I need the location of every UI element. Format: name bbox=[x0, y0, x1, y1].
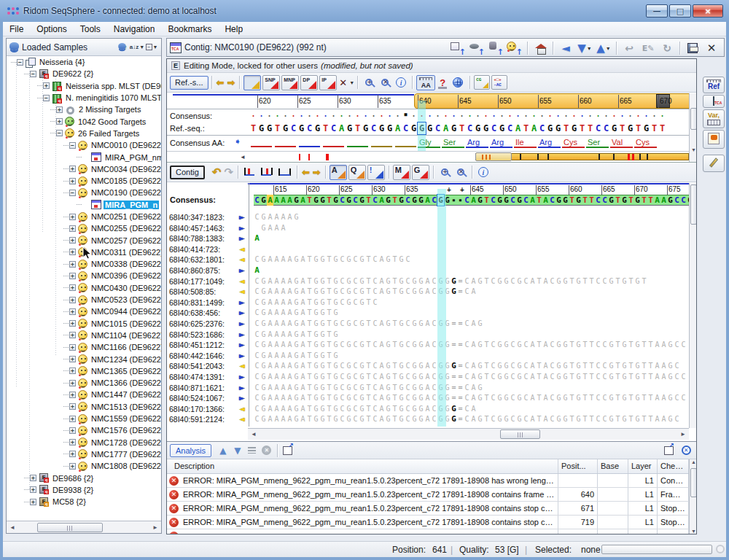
trim-range-icon[interactable] bbox=[278, 167, 292, 177]
move-up-icon[interactable]: ▲ bbox=[217, 444, 230, 456]
next-difference-icon[interactable]: ➡ bbox=[227, 78, 235, 88]
contig-info-icon[interactable]: i bbox=[478, 167, 488, 177]
trim-both-icon[interactable] bbox=[260, 167, 275, 177]
menu-item-help[interactable]: Help bbox=[218, 23, 249, 36]
tree-expander-icon[interactable]: + bbox=[69, 178, 76, 184]
read-row[interactable]: 68I40:625:2376:►CGAAAAGATGGTGCGCGTCAGTGC… bbox=[167, 319, 689, 329]
tree-expander-icon[interactable]: + bbox=[69, 261, 76, 268]
tree-item[interactable]: +NMC1234 (DE9622) bbox=[7, 353, 161, 365]
tree-item[interactable]: +NMC0311 (DE9622) bbox=[7, 246, 161, 258]
tree-expander-icon[interactable]: − bbox=[69, 142, 76, 149]
tree-item[interactable]: MIRA_PGM_n bbox=[7, 199, 161, 211]
tree-item[interactable]: −DE9622 {2} bbox=[7, 68, 161, 79]
tree-item[interactable]: +NMC0523 (DE9622) bbox=[7, 294, 161, 306]
close-document-icon[interactable]: ✕ bbox=[703, 41, 720, 56]
menu-item-navigation[interactable]: Navigation bbox=[107, 23, 162, 36]
tree-item[interactable]: +1042 Good Targets bbox=[7, 115, 161, 127]
tree-expander-icon[interactable]: + bbox=[69, 284, 76, 291]
scrollbar-thumb[interactable] bbox=[500, 429, 540, 439]
reference-view[interactable]: 620625630635640645650655660665670Consens… bbox=[167, 93, 697, 163]
zoom-in-icon[interactable]: + bbox=[365, 79, 373, 86]
read-row[interactable]: 68I40:451:1212:►CGAAAAGATGGTGCGCGTCAGTGC… bbox=[167, 340, 689, 350]
tree-expander-icon[interactable]: + bbox=[69, 297, 76, 303]
scroll-left-icon[interactable]: ◄ bbox=[7, 524, 18, 531]
send-to-task-icon[interactable]: ↑ bbox=[487, 41, 504, 56]
tree-expander-icon[interactable]: + bbox=[69, 308, 76, 315]
next-disagreement-icon[interactable]: ➡ bbox=[313, 168, 321, 177]
read-row[interactable]: 68I40:788:1383:►A bbox=[167, 233, 689, 244]
read-row[interactable]: 68I40:523:1686:►CGAAAAGATGGTG bbox=[167, 330, 689, 340]
tree-item[interactable]: +NMC0338 (DE9622) bbox=[7, 258, 161, 270]
tree-item[interactable]: −26 Failed Targets bbox=[7, 128, 161, 139]
sync-icon[interactable]: ↻ bbox=[658, 41, 676, 56]
ref-sequence-selector-button[interactable]: Ref.-s... bbox=[170, 76, 208, 90]
ref-vscrollbar[interactable]: ▼ bbox=[689, 93, 697, 163]
tree-item[interactable]: −NMC0190 (DE9622) bbox=[7, 187, 161, 198]
tree-expander-icon[interactable]: + bbox=[69, 166, 76, 172]
edit-entry-icon[interactable]: E✎ bbox=[639, 41, 657, 56]
overview-scroll-left-icon[interactable]: ◄ bbox=[240, 154, 246, 160]
read-row[interactable]: 68I40:508:85:◄CGAAAAGATGGTGCGCGTCAGTGCGG… bbox=[167, 287, 689, 297]
menu-item-bookmarks[interactable]: Bookmarks bbox=[161, 23, 218, 36]
tag-m-tool-button[interactable]: M bbox=[393, 165, 410, 180]
menu-item-tools[interactable]: Tools bbox=[74, 23, 107, 36]
remove-tag-dropdown-icon[interactable]: ▼ bbox=[349, 80, 354, 85]
tree-item[interactable]: +NMC1447 (DE9622) bbox=[7, 389, 161, 400]
tree-hscrollbar[interactable]: ◄ ► bbox=[7, 521, 161, 533]
analysis-row[interactable]: ✕ERROR: MIRA_PGM_nmeng_9622_pgm_mu_rean1… bbox=[167, 516, 689, 529]
scroll-right-icon[interactable]: ► bbox=[677, 431, 689, 438]
show-amino-acids-button[interactable]: AA bbox=[416, 75, 435, 90]
scroll-left-icon[interactable]: ◄ bbox=[248, 431, 260, 438]
next-problem-icon[interactable]: ▼▼ bbox=[576, 41, 593, 56]
tree-expander-icon[interactable]: − bbox=[43, 95, 50, 101]
send-to-chart-icon[interactable]: ↑ bbox=[468, 41, 486, 56]
ref-view-button[interactable]: Ref bbox=[703, 77, 725, 93]
quality-row-icon[interactable]: ? bbox=[440, 78, 445, 88]
contig-hscrollbar[interactable]: ◄► bbox=[248, 428, 689, 440]
tree-expander-icon[interactable]: + bbox=[43, 82, 50, 89]
home-icon[interactable] bbox=[531, 41, 549, 56]
tree-expander-icon[interactable]: − bbox=[56, 130, 63, 136]
export-analysis-icon[interactable] bbox=[281, 444, 295, 456]
read-row[interactable]: 68I40:474:1391:►CGAAAAGATGGTGCGCGTCAGTGC… bbox=[167, 372, 689, 382]
tree-item[interactable]: +DE9938 {2} bbox=[7, 484, 161, 496]
tag-exclaim-tool-button[interactable]: ! bbox=[367, 165, 385, 180]
consensus-cursor-cell[interactable]: G bbox=[437, 195, 444, 206]
tree-expander-icon[interactable]: + bbox=[69, 237, 76, 244]
tree-item[interactable]: +NMC0255 (DE9622) bbox=[7, 222, 161, 234]
contig-zoom-out-icon[interactable]: × bbox=[457, 168, 464, 176]
tree-expander-icon[interactable]: + bbox=[69, 368, 76, 374]
move-down-icon[interactable]: ▼ bbox=[231, 444, 244, 456]
scroll-right-icon[interactable]: ► bbox=[149, 524, 161, 531]
tree-expander-icon[interactable]: + bbox=[69, 320, 76, 327]
tree-item[interactable]: +NMC0251 (DE9622) bbox=[7, 211, 161, 222]
tree-item[interactable]: +2 Missing Targets bbox=[7, 104, 161, 115]
contig-alignment-view[interactable]: 615620625630635645650655660665670675++Co… bbox=[167, 183, 697, 440]
highlighter-tool-button[interactable] bbox=[243, 75, 261, 90]
tab-analysis[interactable]: Analysis bbox=[170, 444, 211, 457]
tree-item[interactable]: −Neisseria {4} bbox=[7, 56, 161, 68]
jump-icon[interactable]: ↩ bbox=[620, 41, 638, 56]
tree-expander-icon[interactable]: + bbox=[69, 403, 76, 410]
collapse-all-icon[interactable]: −▼ bbox=[145, 41, 158, 53]
read-row[interactable]: 68I40:860:875:►A bbox=[167, 265, 689, 276]
tree-expander-icon[interactable]: + bbox=[69, 439, 76, 446]
read-row[interactable]: 68I40:177:1049:◄CGAAAAGATGGTGCGCGTCAGTGC… bbox=[167, 276, 689, 287]
translation-globe-icon[interactable] bbox=[453, 77, 463, 88]
read-row[interactable]: 68I40:170:1366:◄CGAAAAGATGGTGCGCGTCAGTGC… bbox=[167, 404, 689, 414]
dp-tool-button[interactable]: DP bbox=[300, 75, 318, 90]
tree-expander-icon[interactable]: + bbox=[69, 356, 76, 362]
snp-tool-button[interactable]: SNP bbox=[262, 75, 280, 90]
read-row[interactable]: 68I40:871:1621:►CGAAAAGATGGTGCGCGTCAGTGC… bbox=[167, 383, 689, 393]
tree-expander-icon[interactable]: + bbox=[56, 106, 63, 113]
overview-thumb[interactable] bbox=[475, 152, 512, 161]
contig-vscrollbar[interactable] bbox=[689, 183, 697, 428]
prev-difference-icon[interactable]: ⬅ bbox=[217, 78, 225, 88]
minimize-button[interactable]: — bbox=[646, 4, 668, 18]
edit-pencil-button[interactable] bbox=[703, 155, 725, 172]
tree-item[interactable]: +NMC1166 (DE9622) bbox=[7, 341, 161, 353]
analysis-row[interactable]: ✕ bbox=[167, 529, 689, 534]
read-row[interactable]: 68I40:831:1499:►CGAAAAGATGGTGCGCGTC bbox=[167, 298, 689, 308]
prev-disagreement-icon[interactable]: ⬅ bbox=[302, 168, 310, 177]
column-header-base[interactable]: Base bbox=[598, 459, 628, 473]
